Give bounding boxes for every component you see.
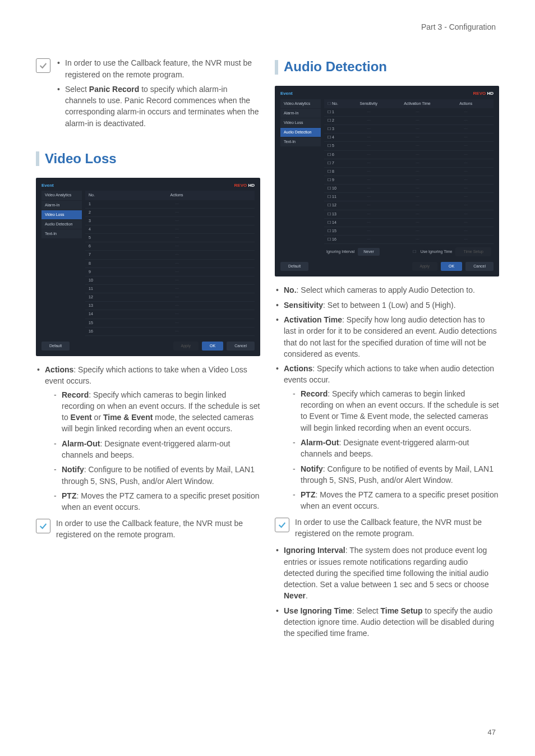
right-column: Audio Detection Event REVO HD Video Anal… [275,57,499,642]
note-callback-top: In order to use the Callback feature, th… [36,57,260,132]
table-row[interactable]: ☐13⋯⋯⋯ [324,210,494,219]
sidebar-item[interactable]: Video Analytics [41,191,82,200]
sidebar-item[interactable]: Audio Detection [41,220,82,229]
ok-button[interactable]: OK [202,342,223,351]
action-item: PTZ: Moves the PTZ camera to a specific … [293,489,499,512]
table-row[interactable]: ☐6⋯⋯⋯ [324,151,494,159]
actions-bullet: Actions: Specify which actions to take w… [36,364,260,513]
action-item: Notify: Configure to be notified of even… [293,463,499,486]
intro-bullet-2: Select Panic Record to specify which ala… [56,84,260,129]
action-item: Record: Specify which cameras to begin l… [54,389,260,435]
sidebar-item[interactable]: Alarm-In [41,201,82,210]
check-icon [275,518,289,532]
table-row[interactable]: ☐12⋯⋯⋯ [324,201,494,210]
note-callback-right: In order to use the Callback feature, th… [275,517,499,540]
screenshot-audio-detection: Event REVO HD Video AnalyticsAlarm-InVid… [275,86,499,276]
page-number: 47 [488,727,496,738]
screenshot-video-loss: Event REVO HD Video AnalyticsAlarm-InVid… [36,178,260,356]
ignoring-interval-dropdown[interactable]: Never [358,248,380,256]
time-setup-button[interactable]: Time Setup [455,247,491,256]
sidebar-item[interactable]: Video Loss [41,210,82,219]
table-row[interactable]: 2⋯ [85,209,255,217]
apply-button[interactable]: Apply [173,342,199,351]
table-row[interactable]: ☐9⋯⋯⋯ [324,176,494,185]
section-bar [275,60,278,75]
use-ignoring-time-label: Use Ignoring Time [421,249,453,255]
table-row[interactable]: ☐14⋯⋯⋯ [324,219,494,227]
table-row[interactable]: 10⋯ [85,276,255,285]
ss-sidebar: Video AnalyticsAlarm-InVideo LossAudio D… [41,191,82,335]
action-item: Notify: Configure to be notified of even… [54,464,260,487]
list-item: Sensitivity: Set to between 1 (Low) and … [275,299,499,311]
action-item: Alarm-Out: Designate event-triggered ala… [54,438,260,461]
section-bar [36,151,39,166]
table-row[interactable]: ☐7⋯⋯⋯ [324,159,494,168]
table-row[interactable]: 1⋯ [85,200,255,209]
table-row[interactable]: 12⋯ [85,293,255,302]
list-item: No.: Select which cameras to apply Audio… [275,284,499,296]
table-row[interactable]: 3⋯ [85,217,255,225]
table-row[interactable]: 6⋯ [85,242,255,251]
ss-columns: No. Actions [85,191,255,200]
table-row[interactable]: ☐2⋯⋯⋯ [324,117,494,125]
section-heading: Audio Detection [284,57,387,77]
table-row[interactable]: 15⋯ [85,319,255,328]
sidebar-item[interactable]: Video Analytics [280,99,321,108]
sidebar-item[interactable]: Text-In [41,229,82,238]
table-row[interactable]: 16⋯ [85,328,255,336]
breadcrumb: Part 3 - Configuration [421,22,496,31]
sidebar-item[interactable]: Audio Detection [280,128,321,137]
ss-panel-title: Event [41,182,54,189]
sidebar-item[interactable]: Video Loss [280,118,321,127]
ok-button[interactable]: OK [441,262,462,271]
default-button[interactable]: Default [280,262,308,271]
section-title-video-loss: Video Loss [36,149,260,169]
sidebar-item[interactable]: Alarm-In [280,109,321,118]
checkbox-icon[interactable]: ☐ [328,102,332,105]
table-row[interactable]: 14⋯ [85,310,255,319]
table-row[interactable]: ☐11⋯⋯⋯ [324,193,494,201]
table-row[interactable]: ☐1⋯⋯⋯ [324,108,494,117]
default-button[interactable]: Default [41,342,70,351]
left-column: In order to use the Callback feature, th… [36,57,260,642]
revo-logo: REVO HD [234,182,255,189]
list-item: Use Ignoring Time: Select Time Setup to … [275,605,499,639]
check-icon [36,58,50,73]
action-item: Alarm-Out: Designate event-triggered ala… [293,437,499,460]
table-row[interactable]: 4⋯ [85,225,255,234]
ss-sidebar: Video AnalyticsAlarm-InVideo LossAudio D… [280,99,321,257]
section-title-audio-detection: Audio Detection [275,57,499,77]
check-icon [36,519,50,533]
apply-button[interactable]: Apply [412,262,438,271]
sidebar-item[interactable]: Text-In [280,137,321,146]
page-header: Part 3 - Configuration [0,0,535,33]
ss-columns: ☐No. Sensitivity Activation Time Actions [324,99,494,108]
ss-panel-title: Event [280,90,293,97]
table-row[interactable]: ☐16⋯⋯⋯ [324,236,494,244]
table-row[interactable]: 11⋯ [85,285,255,293]
note-text: In order to use the Callback feature, th… [295,517,499,540]
cancel-button[interactable]: Cancel [227,342,255,351]
table-row[interactable]: ☐10⋯⋯⋯ [324,185,494,193]
list-item: Ignoring Interval: The system does not p… [275,545,499,601]
cancel-button[interactable]: Cancel [465,262,494,271]
content-columns: In order to use the Callback feature, th… [0,33,535,642]
intro-bullet-1: In order to use the Callback feature, th… [56,57,260,80]
text: In order to use the Callback feature, th… [65,58,252,79]
action-item: PTZ: Moves the PTZ camera to a specific … [54,490,260,513]
table-row[interactable]: 7⋯ [85,251,255,259]
table-row[interactable]: 5⋯ [85,234,255,242]
table-row[interactable]: ☐8⋯⋯⋯ [324,168,494,176]
note-text: In order to use the Callback feature, th… [56,518,260,541]
table-row[interactable]: 8⋯ [85,260,255,268]
list-item: Activation Time: Specify how long audio … [275,314,499,359]
actions-bullet: Actions: Specify which actions to take w… [275,363,499,512]
table-row[interactable]: 9⋯ [85,268,255,276]
table-row[interactable]: ☐3⋯⋯⋯ [324,125,494,133]
table-row[interactable]: 13⋯ [85,302,255,310]
revo-logo: REVO HD [473,90,494,97]
table-row[interactable]: ☐15⋯⋯⋯ [324,227,494,236]
table-row[interactable]: ☐4⋯⋯⋯ [324,133,494,142]
checkbox-icon[interactable]: ☐ [413,249,417,255]
table-row[interactable]: ☐5⋯⋯⋯ [324,142,494,150]
